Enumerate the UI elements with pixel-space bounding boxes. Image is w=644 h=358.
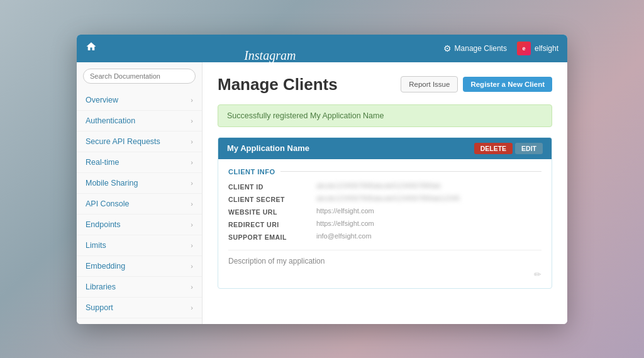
- field-value-redirect-uri: https://elfsight.com: [316, 220, 541, 228]
- chevron-icon: ›: [191, 283, 193, 291]
- chevron-icon: ›: [191, 262, 193, 270]
- topnav-actions: ⚙ Manage Clients e elfsight: [443, 42, 558, 55]
- sidebar: Overview › Authentication › Secure API R…: [77, 62, 203, 324]
- chevron-icon: ›: [191, 179, 193, 187]
- client-info-section-title: CLIENT INFO: [228, 168, 541, 176]
- sidebar-item-libraries[interactable]: Libraries ›: [77, 277, 202, 298]
- search-input[interactable]: [83, 69, 196, 84]
- search-container: [77, 62, 202, 90]
- body-layout: Overview › Authentication › Secure API R…: [77, 62, 567, 324]
- edit-pencil-icon: ✏: [228, 269, 541, 279]
- edit-button[interactable]: EDIT: [515, 143, 543, 154]
- sidebar-item-limits[interactable]: Limits ›: [77, 235, 202, 256]
- sidebar-item-overview[interactable]: Overview ›: [77, 90, 202, 111]
- chevron-icon: ›: [191, 159, 193, 166]
- sidebar-item-secure-api-requests[interactable]: Secure API Requests ›: [77, 131, 202, 152]
- field-value-website-url: https://elfsight.com: [316, 207, 541, 216]
- field-label-client-id: CLIENT ID: [228, 182, 310, 191]
- page-header: Manage Clients Report Issue Register a N…: [218, 75, 552, 94]
- report-issue-button[interactable]: Report Issue: [401, 76, 458, 92]
- main-content: Manage Clients Report Issue Register a N…: [203, 62, 567, 324]
- app-card: My Application Name DELETE EDIT CLIENT I…: [218, 137, 552, 289]
- sidebar-item-mobile-sharing[interactable]: Mobile Sharing ›: [77, 173, 202, 194]
- app-description: Description of my application: [228, 250, 541, 266]
- register-new-client-button[interactable]: Register a New Client: [463, 77, 552, 92]
- field-value-client-id: abcde1234567890abcdef1234567890ab: [316, 182, 541, 191]
- app-card-actions: DELETE EDIT: [474, 143, 543, 154]
- sidebar-item-endpoints[interactable]: Endpoints ›: [77, 215, 202, 235]
- field-label-client-secret: CLIENT SECRET: [228, 194, 310, 203]
- app-title: Instagram: [244, 48, 296, 63]
- app-window: Instagram ⚙ Manage Clients e elfsight Ov…: [77, 35, 567, 324]
- sidebar-item-support[interactable]: Support ›: [77, 298, 202, 318]
- chevron-icon: ›: [191, 96, 193, 104]
- top-navigation: Instagram ⚙ Manage Clients e elfsight: [77, 35, 567, 62]
- client-info-grid: CLIENT ID abcde1234567890abcdef123456789…: [228, 182, 541, 241]
- chevron-icon: ›: [191, 138, 193, 145]
- user-menu[interactable]: e elfsight: [517, 42, 558, 55]
- sidebar-item-api-console[interactable]: API Console ›: [77, 194, 202, 215]
- manage-clients-nav-label: Manage Clients: [455, 44, 507, 53]
- home-button[interactable]: [86, 41, 97, 55]
- page-title: Manage Clients: [218, 75, 338, 94]
- manage-clients-nav-button[interactable]: ⚙ Manage Clients: [443, 43, 507, 53]
- sidebar-item-real-time[interactable]: Real-time ›: [77, 152, 202, 173]
- field-value-client-secret: abcde1234567890abcdef1234567890ab12345: [316, 194, 541, 203]
- field-label-redirect-uri: REDIRECT URI: [228, 220, 310, 228]
- chevron-icon: ›: [191, 221, 193, 228]
- app-card-body: CLIENT INFO CLIENT ID abcde1234567890abc…: [218, 159, 552, 288]
- avatar: e: [517, 42, 531, 55]
- field-label-website-url: WEBSITE URL: [228, 207, 310, 216]
- sidebar-item-embedding[interactable]: Embedding ›: [77, 256, 202, 277]
- sidebar-item-authentication[interactable]: Authentication ›: [77, 111, 202, 131]
- gear-icon: ⚙: [443, 43, 452, 53]
- chevron-icon: ›: [191, 200, 193, 208]
- header-buttons: Report Issue Register a New Client: [401, 76, 552, 92]
- chevron-icon: ›: [191, 117, 193, 125]
- field-label-support-email: SUPPORT EMAIL: [228, 232, 310, 241]
- app-card-title: My Application Name: [227, 143, 309, 153]
- chevron-icon: ›: [191, 304, 193, 311]
- app-card-header: My Application Name DELETE EDIT: [218, 138, 552, 159]
- username-label: elfsight: [535, 44, 558, 53]
- chevron-icon: ›: [191, 242, 193, 249]
- field-value-support-email: info@elfsight.com: [316, 232, 541, 241]
- success-banner: Successfully registered My Application N…: [218, 104, 552, 127]
- delete-button[interactable]: DELETE: [474, 143, 513, 154]
